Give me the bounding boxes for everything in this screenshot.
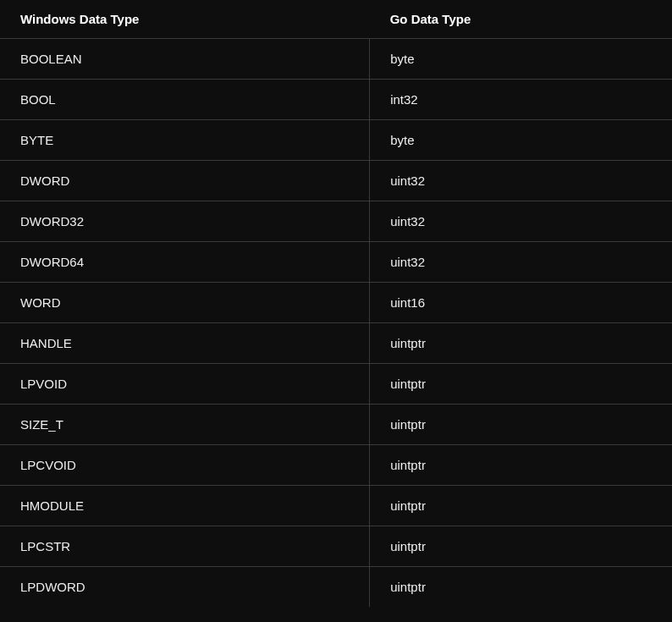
table-row: LPDWORDuintptr: [0, 567, 672, 608]
cell-go-type: int32: [370, 80, 672, 120]
cell-windows-type: LPCSTR: [0, 526, 370, 567]
table-row: LPCVOIDuintptr: [0, 445, 672, 486]
cell-go-type: uint32: [370, 242, 672, 283]
cell-go-type: uint32: [370, 161, 672, 201]
cell-windows-type: DWORD64: [0, 242, 370, 283]
table-row: BOOLint32: [0, 80, 672, 120]
cell-go-type: uintptr: [370, 364, 672, 405]
table-row: HMODULEuintptr: [0, 486, 672, 526]
cell-go-type: uintptr: [370, 405, 672, 445]
table-row: HANDLEuintptr: [0, 323, 672, 364]
table-row: DWORDuint32: [0, 161, 672, 201]
table-header-row: Windows Data Type Go Data Type: [0, 0, 672, 39]
table-row: SIZE_Tuintptr: [0, 405, 672, 445]
table-row: WORDuint16: [0, 283, 672, 323]
cell-go-type: byte: [370, 39, 672, 80]
table-row: BOOLEANbyte: [0, 39, 672, 80]
header-go-type: Go Data Type: [370, 0, 672, 39]
cell-go-type: byte: [370, 120, 672, 161]
cell-windows-type: LPCVOID: [0, 445, 370, 486]
cell-windows-type: BOOLEAN: [0, 39, 370, 80]
cell-go-type: uint16: [370, 283, 672, 323]
type-mapping-table: Windows Data Type Go Data Type BOOLEANby…: [0, 0, 672, 607]
cell-windows-type: LPVOID: [0, 364, 370, 405]
table-row: LPCSTRuintptr: [0, 526, 672, 567]
table-row: BYTEbyte: [0, 120, 672, 161]
cell-windows-type: DWORD: [0, 161, 370, 201]
cell-go-type: uintptr: [370, 526, 672, 567]
cell-go-type: uint32: [370, 201, 672, 242]
cell-windows-type: LPDWORD: [0, 567, 370, 608]
cell-go-type: uintptr: [370, 486, 672, 526]
cell-go-type: uintptr: [370, 323, 672, 364]
table-row: DWORD64uint32: [0, 242, 672, 283]
cell-windows-type: BYTE: [0, 120, 370, 161]
cell-go-type: uintptr: [370, 567, 672, 608]
cell-go-type: uintptr: [370, 445, 672, 486]
cell-windows-type: SIZE_T: [0, 405, 370, 445]
header-windows-type: Windows Data Type: [0, 0, 370, 39]
cell-windows-type: HMODULE: [0, 486, 370, 526]
cell-windows-type: HANDLE: [0, 323, 370, 364]
table-row: LPVOIDuintptr: [0, 364, 672, 405]
cell-windows-type: WORD: [0, 283, 370, 323]
cell-windows-type: BOOL: [0, 80, 370, 120]
table-row: DWORD32uint32: [0, 201, 672, 242]
type-mapping-table-container: Windows Data Type Go Data Type BOOLEANby…: [0, 0, 672, 607]
cell-windows-type: DWORD32: [0, 201, 370, 242]
